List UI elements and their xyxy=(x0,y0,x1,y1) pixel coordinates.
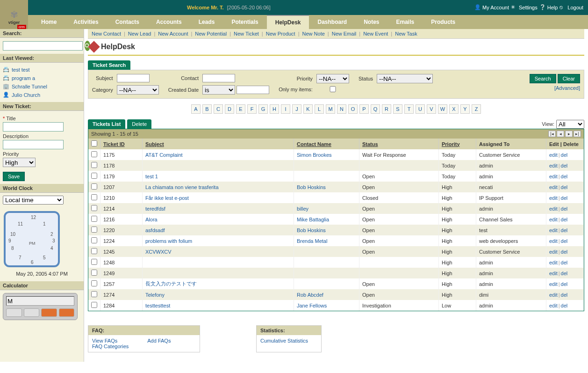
sidebar-search-input[interactable] xyxy=(3,41,83,51)
nav-leads[interactable]: Leads xyxy=(190,15,223,29)
quick-new-account[interactable]: New Account xyxy=(158,31,188,37)
ticket-contact-link[interactable]: Bob Hoskins xyxy=(297,184,326,190)
edit-link[interactable]: edit xyxy=(549,184,558,190)
last-viewed-item[interactable]: 📇test test xyxy=(3,66,81,74)
nav-products[interactable]: Products xyxy=(423,15,464,29)
alpha-O[interactable]: O xyxy=(348,104,358,114)
new-ticket-description-input[interactable] xyxy=(3,140,64,149)
row-checkbox[interactable] xyxy=(91,194,97,200)
alpha-A[interactable]: A xyxy=(191,104,201,114)
nav-notes[interactable]: Notes xyxy=(355,15,387,29)
del-link[interactable]: del xyxy=(561,217,568,222)
alpha-G[interactable]: G xyxy=(258,104,268,114)
alpha-E[interactable]: E xyxy=(236,104,245,114)
quick-new-note[interactable]: New Note xyxy=(302,31,325,37)
alpha-C[interactable]: C xyxy=(214,104,223,114)
alpha-U[interactable]: U xyxy=(416,104,425,114)
cumulative-statistics-link[interactable]: Cumulative Statistics xyxy=(260,338,308,344)
edit-link[interactable]: edit xyxy=(549,206,558,212)
ticket-contact-link[interactable]: Brenda Metal xyxy=(297,238,327,244)
pager-first[interactable]: |◂ xyxy=(548,131,556,137)
sort-ticket-id[interactable]: Ticket ID xyxy=(103,141,125,147)
alpha-B[interactable]: B xyxy=(202,104,212,114)
nav-potentials[interactable]: Potentials xyxy=(223,15,266,29)
pager-prev[interactable]: ◂ xyxy=(557,131,564,137)
calculator-display[interactable] xyxy=(6,296,74,306)
del-link[interactable]: del xyxy=(561,163,568,168)
alpha-F[interactable]: F xyxy=(247,104,257,114)
ticket-subject-link[interactable]: test 1 xyxy=(145,174,158,179)
ticket-subject-link[interactable]: problems with folium xyxy=(145,238,192,244)
pager-next[interactable]: ▸ xyxy=(565,131,573,137)
del-link[interactable]: del xyxy=(561,195,568,201)
edit-link[interactable]: edit xyxy=(549,227,558,233)
alpha-R[interactable]: R xyxy=(382,104,391,114)
row-checkbox[interactable] xyxy=(91,259,97,265)
calc-button[interactable] xyxy=(59,308,75,317)
edit-link[interactable]: edit xyxy=(549,271,558,276)
view-faqs-link[interactable]: View FAQs xyxy=(92,338,117,344)
quick-new-product[interactable]: New Product xyxy=(266,31,295,37)
search-priority-select[interactable]: --NA-- xyxy=(316,74,349,83)
del-link[interactable]: del xyxy=(561,260,568,265)
select-all-checkbox[interactable] xyxy=(91,140,97,146)
delete-button[interactable]: Delete xyxy=(127,119,151,129)
del-link[interactable]: del xyxy=(561,227,568,233)
alpha-V[interactable]: V xyxy=(427,104,436,114)
edit-link[interactable]: edit xyxy=(549,260,558,265)
logout-link[interactable]: ⦸Logout xyxy=(559,4,583,11)
edit-link[interactable]: edit xyxy=(549,292,558,298)
quick-new-contact[interactable]: New Contact xyxy=(92,31,121,37)
sort-status[interactable]: Status xyxy=(362,141,378,147)
alpha-N[interactable]: N xyxy=(337,104,346,114)
quick-new-lead[interactable]: New Lead xyxy=(128,31,151,37)
edit-link[interactable]: edit xyxy=(549,249,558,255)
only-my-items-checkbox[interactable] xyxy=(316,86,349,92)
edit-link[interactable]: edit xyxy=(549,281,558,287)
ticket-subject-link[interactable]: XCVWXCV xyxy=(145,249,172,255)
nav-activities[interactable]: Activities xyxy=(65,15,107,29)
calc-button[interactable] xyxy=(6,308,22,317)
view-select[interactable]: All xyxy=(556,120,584,129)
settings-link[interactable]: ✳Settings xyxy=(511,4,538,11)
alpha-W[interactable]: W xyxy=(438,104,447,114)
nav-home[interactable]: Home xyxy=(33,15,65,29)
created-date-op-select[interactable]: is xyxy=(202,85,235,95)
faq-categories-link[interactable]: FAQ Categories xyxy=(92,344,129,349)
search-contact-input[interactable] xyxy=(202,74,235,82)
alpha-P[interactable]: P xyxy=(359,104,369,114)
del-link[interactable]: del xyxy=(561,249,568,255)
del-link[interactable]: del xyxy=(561,271,568,276)
del-link[interactable]: del xyxy=(561,184,568,190)
nav-emails[interactable]: Emails xyxy=(388,15,423,29)
del-link[interactable]: del xyxy=(561,206,568,212)
ticket-subject-link[interactable]: asfdsadf xyxy=(145,227,165,233)
row-checkbox[interactable] xyxy=(91,302,97,308)
new-ticket-priority-select[interactable]: High xyxy=(3,158,36,167)
alpha-K[interactable]: K xyxy=(303,104,313,114)
alpha-I[interactable]: I xyxy=(281,104,290,114)
my-account-link[interactable]: 👤My Account xyxy=(474,4,509,11)
sort-contact[interactable]: Contact Name xyxy=(297,141,331,147)
row-checkbox[interactable] xyxy=(91,280,97,286)
del-link[interactable]: del xyxy=(561,238,568,244)
row-checkbox[interactable] xyxy=(91,237,97,243)
alpha-X[interactable]: X xyxy=(449,104,459,114)
ticket-contact-link[interactable]: Simon Brookes xyxy=(297,152,332,158)
ticket-contact-link[interactable]: billey xyxy=(297,206,308,212)
alpha-J[interactable]: J xyxy=(292,104,301,114)
ticket-contact-link[interactable]: Bob Hoskins xyxy=(297,227,326,233)
alpha-D[interactable]: D xyxy=(225,104,234,114)
alpha-Y[interactable]: Y xyxy=(460,104,470,114)
edit-link[interactable]: edit xyxy=(549,217,558,222)
quick-new-task[interactable]: New Task xyxy=(395,31,417,37)
new-ticket-title-input[interactable] xyxy=(3,122,64,132)
alpha-Q[interactable]: Q xyxy=(371,104,380,114)
edit-link[interactable]: edit xyxy=(549,303,558,308)
alpha-Z[interactable]: Z xyxy=(472,104,481,114)
last-viewed-item[interactable]: 👤Julio Church xyxy=(3,91,81,99)
del-link[interactable]: del xyxy=(561,174,568,179)
created-date-input[interactable] xyxy=(237,86,269,94)
alpha-T[interactable]: T xyxy=(404,104,414,114)
sort-priority[interactable]: Priority xyxy=(442,141,460,147)
